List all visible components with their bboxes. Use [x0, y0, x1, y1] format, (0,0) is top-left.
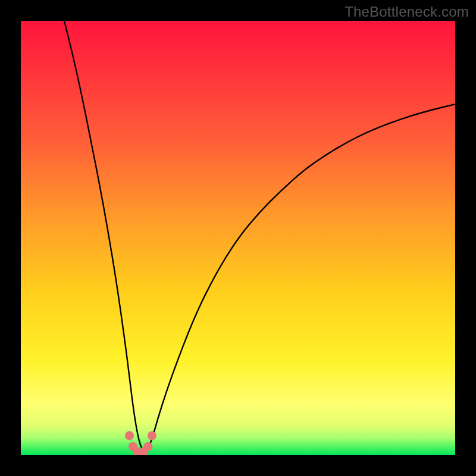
watermark-text: TheBottleneck.com — [345, 4, 469, 20]
chart-frame: TheBottleneck.com — [0, 0, 476, 476]
valley-dot — [125, 431, 134, 440]
valley-dot — [148, 431, 156, 440]
chart-plot — [21, 21, 455, 455]
valley-dot — [143, 442, 152, 451]
